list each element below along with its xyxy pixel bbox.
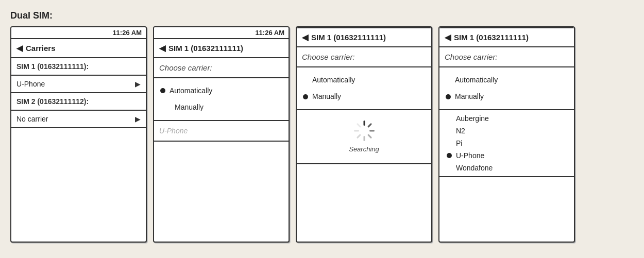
screen1-sim2-arrow-icon: ▶ bbox=[135, 115, 141, 123]
carrier-aubergine-label: Aubergine bbox=[456, 114, 489, 123]
screen2-empty bbox=[154, 142, 289, 183]
carrier-wondafone-label: Wondafone bbox=[456, 164, 493, 172]
screen2-option-manual-label: Manually bbox=[175, 101, 204, 113]
screen3-searching-area: Searching bbox=[297, 110, 431, 164]
radio-empty-icon bbox=[303, 77, 308, 82]
screen2-input-row[interactable]: U-Phone bbox=[154, 121, 289, 142]
screen1-sim1-label: SIM 1 (01632111111): bbox=[11, 58, 146, 76]
back-arrow-icon: ◀ bbox=[159, 43, 165, 53]
screen2-input-placeholder: U-Phone bbox=[159, 127, 188, 135]
screen1-sim2-carrier[interactable]: No carrier ▶ bbox=[11, 111, 146, 128]
screen4-nav[interactable]: ◀ SIM 1 (01632111111) bbox=[439, 27, 574, 47]
screen-4: ◀ SIM 1 (01632111111) Choose carrier: Au… bbox=[438, 26, 575, 243]
searching-label: Searching bbox=[349, 145, 379, 153]
screen4-nav-title: SIM 1 (01632111111) bbox=[454, 33, 529, 42]
screen2-nav-title: SIM 1 (01632111111) bbox=[168, 44, 243, 53]
radio-empty-icon bbox=[447, 116, 452, 121]
carrier-uphone-label: U-Phone bbox=[456, 151, 484, 160]
screen1-status: 11:26 AM bbox=[11, 27, 146, 39]
screen1-sim1-carrier[interactable]: U-Phone ▶ bbox=[11, 76, 146, 93]
screen4-options: Automatically Manually bbox=[439, 67, 574, 110]
screen3-option-auto-label: Automatically bbox=[312, 74, 355, 85]
back-arrow-icon: ◀ bbox=[302, 32, 308, 42]
screen1-sim2-carrier-name: No carrier bbox=[16, 115, 48, 123]
screen1-sim1-arrow-icon: ▶ bbox=[135, 80, 141, 88]
screen4-option-auto[interactable]: Automatically bbox=[439, 72, 574, 88]
screen3-option-auto[interactable]: Automatically bbox=[297, 72, 431, 88]
radio-empty-icon bbox=[446, 77, 451, 82]
back-arrow-icon: ◀ bbox=[445, 32, 451, 42]
carrier-item-aubergine[interactable]: Aubergine bbox=[439, 112, 574, 125]
screen4-option-manual-label: Manually bbox=[455, 91, 484, 102]
radio-selected-icon bbox=[447, 153, 452, 158]
screen2-option-auto[interactable]: Automatically bbox=[154, 82, 289, 99]
screen3-option-manual-label: Manually bbox=[312, 91, 341, 102]
screen1-nav[interactable]: ◀ Carriers bbox=[11, 39, 146, 58]
searching-spinner bbox=[354, 121, 375, 141]
screen2-choose-label: Choose carrier: bbox=[154, 58, 289, 78]
screen1-nav-title: Carriers bbox=[26, 44, 56, 53]
screen2-options: Automatically Manually bbox=[154, 78, 289, 121]
radio-selected-icon bbox=[303, 94, 308, 99]
screen1-empty bbox=[11, 128, 146, 169]
screen4-choose-label: Choose carrier: bbox=[439, 47, 574, 67]
screen1-sim2-label: SIM 2 (01632111112): bbox=[11, 93, 146, 111]
screen3-nav-title: SIM 1 (01632111111) bbox=[311, 33, 386, 42]
screen3-option-manual[interactable]: Manually bbox=[297, 88, 431, 105]
screen-2: 11:26 AM ◀ SIM 1 (01632111111) Choose ca… bbox=[153, 26, 290, 243]
page-label: Dual SIM: bbox=[10, 10, 634, 21]
screens-container: 11:26 AM ◀ Carriers SIM 1 (01632111111):… bbox=[10, 26, 634, 243]
radio-selected-icon bbox=[446, 94, 451, 99]
carrier-item-uphone[interactable]: U-Phone bbox=[439, 149, 574, 162]
back-arrow-icon: ◀ bbox=[16, 43, 23, 53]
screen2-option-auto-label: Automatically bbox=[170, 85, 212, 96]
screen2-status: 11:26 AM bbox=[154, 27, 289, 39]
screen4-carrier-list: Aubergine N2 Pi U-Phone Wondafone bbox=[439, 110, 574, 177]
radio-empty-icon bbox=[447, 128, 452, 133]
screen-3: ◀ SIM 1 (01632111111) Choose carrier: Au… bbox=[296, 26, 432, 243]
carrier-n2-label: N2 bbox=[456, 127, 465, 135]
carrier-item-pi[interactable]: Pi bbox=[439, 137, 574, 149]
screen2-nav[interactable]: ◀ SIM 1 (01632111111) bbox=[154, 39, 289, 58]
screen-1: 11:26 AM ◀ Carriers SIM 1 (01632111111):… bbox=[10, 26, 147, 243]
screen3-nav[interactable]: ◀ SIM 1 (01632111111) bbox=[297, 27, 431, 47]
radio-empty-icon bbox=[447, 165, 452, 170]
screen2-option-manual[interactable]: Manually bbox=[154, 99, 289, 115]
screen3-options: Automatically Manually bbox=[297, 67, 431, 110]
carrier-pi-label: Pi bbox=[456, 139, 462, 147]
screen3-empty bbox=[297, 164, 431, 205]
screen4-option-auto-label: Automatically bbox=[455, 74, 498, 85]
radio-empty-icon bbox=[165, 105, 171, 110]
carrier-item-wondafone[interactable]: Wondafone bbox=[439, 162, 574, 174]
screen1-sim1-carrier-name: U-Phone bbox=[16, 80, 45, 88]
radio-empty-icon bbox=[447, 141, 452, 146]
screen3-choose-label: Choose carrier: bbox=[297, 47, 431, 67]
carrier-item-n2[interactable]: N2 bbox=[439, 125, 574, 137]
screen4-option-manual[interactable]: Manually bbox=[439, 88, 574, 105]
radio-selected-icon bbox=[160, 88, 165, 93]
